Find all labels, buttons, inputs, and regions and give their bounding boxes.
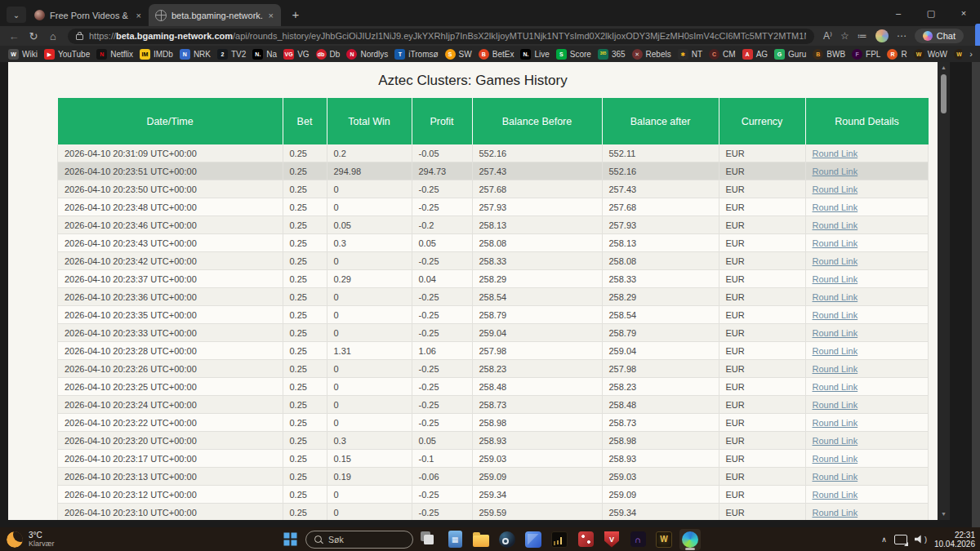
bookmark-label: Guru: [788, 50, 806, 59]
bookmark-tv2[interactable]: 2TV2: [217, 49, 246, 60]
round-details-link[interactable]: Round Link: [813, 418, 858, 428]
cell-bet: 0.25: [283, 342, 327, 360]
bookmark-live[interactable]: N.Live: [520, 49, 549, 60]
round-details-link[interactable]: Round Link: [813, 238, 858, 248]
bookmark-vg[interactable]: VGVG: [283, 49, 309, 60]
chat-button[interactable]: Chat: [915, 29, 964, 43]
round-details-link[interactable]: Round Link: [813, 202, 858, 212]
task-view-button[interactable]: [418, 529, 439, 550]
bookmark-imdb[interactable]: IMIMDb: [140, 49, 173, 60]
bookmark-rebels[interactable]: ✕Rebels: [632, 49, 671, 60]
round-details-link[interactable]: Round Link: [813, 364, 858, 374]
round-details-link[interactable]: Round Link: [813, 149, 858, 158]
scroll-down-icon[interactable]: ▼: [941, 510, 947, 518]
browser-tab[interactable]: beta.bgaming-network.com/api/ro×: [149, 4, 281, 26]
round-details-link[interactable]: Round Link: [813, 310, 858, 320]
round-details-link[interactable]: Round Link: [813, 382, 858, 392]
scrollbar-thumb[interactable]: [941, 74, 947, 113]
round-details-link[interactable]: Round Link: [813, 274, 858, 284]
round-details-link[interactable]: Round Link: [813, 220, 858, 230]
round-details-link[interactable]: Round Link: [813, 400, 858, 410]
round-details-link[interactable]: Round Link: [813, 184, 858, 194]
bookmark-bwb[interactable]: BBWB: [813, 49, 845, 60]
cast-display-icon[interactable]: [894, 535, 907, 544]
headset-button[interactable]: ∩: [627, 529, 648, 550]
round-details-link[interactable]: Round Link: [813, 167, 858, 176]
round-details-link[interactable]: Round Link: [813, 508, 858, 518]
bookmark-db[interactable]: dbDb: [316, 49, 341, 60]
edge-button[interactable]: [679, 529, 701, 550]
round-details-link[interactable]: Round Link: [813, 256, 858, 266]
bookmark-wowu[interactable]: WWoWu: [954, 49, 962, 60]
bookmark-score[interactable]: SScore: [556, 49, 591, 60]
cell-balance_after: 258.93: [602, 450, 719, 468]
dice-button[interactable]: [575, 529, 596, 550]
round-details-link[interactable]: Round Link: [813, 436, 858, 446]
round-details-link[interactable]: Round Link: [813, 292, 858, 302]
bookmark-label: NRK: [194, 50, 211, 59]
cell-currency: EUR: [719, 288, 805, 306]
minimize-button[interactable]: –: [882, 0, 915, 26]
bookmark-r[interactable]: RR: [887, 49, 906, 60]
tab-close-icon[interactable]: ×: [136, 11, 142, 20]
bookmark-365[interactable]: 365365: [598, 49, 626, 60]
shield-button[interactable]: V: [601, 529, 622, 550]
bookmark-itroms-[interactable]: TiTromsø: [394, 49, 438, 60]
bookmark-betex[interactable]: BBetEx: [479, 49, 514, 60]
bookmark-wiki[interactable]: WWiki: [8, 49, 38, 60]
new-tab-button[interactable]: +: [285, 4, 306, 24]
bookmark-cm[interactable]: CCM: [709, 49, 736, 60]
bookmark-ag[interactable]: AAG: [742, 49, 768, 60]
volume-button[interactable]: ): [915, 535, 927, 544]
start-button[interactable]: [279, 529, 301, 550]
tab-search-button[interactable]: ⌄: [7, 7, 26, 23]
gold-chart-button[interactable]: [549, 529, 570, 550]
calculator-button[interactable]: ▦: [444, 529, 466, 550]
file-explorer-button[interactable]: [470, 529, 492, 550]
hidden-icons-button[interactable]: ∧: [881, 535, 887, 544]
bookmark-netflix[interactable]: NNetflix: [96, 49, 133, 60]
bookmark-nrk[interactable]: NNRK: [180, 49, 211, 60]
back-button[interactable]: ←: [5, 30, 23, 42]
refresh-button[interactable]: ↻: [24, 30, 42, 42]
read-aloud-button[interactable]: A⁾: [823, 30, 832, 42]
bookmark-nt[interactable]: ✱NT: [678, 49, 702, 60]
bookmark-guru[interactable]: GGuru: [774, 49, 806, 60]
cell-balance_before: 258.79: [472, 306, 602, 324]
bookmark-wow[interactable]: WWoW: [914, 49, 947, 60]
cell-currency: EUR: [719, 450, 805, 468]
profile-avatar[interactable]: [875, 29, 889, 42]
bookmark-na[interactable]: N.Na: [252, 49, 277, 60]
round-details-link[interactable]: Round Link: [813, 346, 858, 356]
bookmark-sw[interactable]: SSW: [445, 49, 472, 60]
collections-icon[interactable]: ≔: [858, 30, 867, 42]
bookmarks-overflow-button[interactable]: ›: [962, 49, 980, 59]
round-details-link[interactable]: Round Link: [813, 490, 858, 500]
tab-close-icon[interactable]: ×: [268, 11, 274, 20]
sidebar-toggle[interactable]: [975, 24, 980, 47]
close-button[interactable]: ×: [947, 0, 980, 26]
address-bar[interactable]: https://beta.bgaming-network.com/api/rou…: [68, 29, 814, 44]
bookmark-nordlys[interactable]: NNordlys: [346, 49, 388, 60]
cell-bet: 0.25: [283, 234, 327, 252]
round-details-link[interactable]: Round Link: [813, 454, 858, 464]
page-scrollbar[interactable]: ▲ ▼: [938, 62, 950, 520]
round-details-link[interactable]: Round Link: [813, 472, 858, 482]
maximize-button[interactable]: ▢: [915, 0, 947, 26]
bookmark-favicon-icon: 2: [217, 49, 228, 60]
bookmark-fpl[interactable]: FFPL: [852, 49, 880, 60]
home-button[interactable]: ⌂: [44, 30, 62, 42]
settings-more-button[interactable]: ⋯: [897, 30, 906, 42]
tab-strip-tabs: Free Porn Videos & XXX Movies: S×beta.bg…: [28, 0, 281, 26]
wow-button[interactable]: W: [653, 529, 675, 550]
weather-widget[interactable]: 3°C Klarvær: [7, 531, 55, 548]
scroll-up-icon[interactable]: ▲: [941, 64, 947, 72]
round-details-link[interactable]: Round Link: [813, 328, 858, 338]
bookmark-youtube[interactable]: ▶YouTube: [44, 49, 90, 60]
favorite-star-icon[interactable]: ☆: [840, 30, 849, 42]
clock[interactable]: 22:31 10.04.2026: [934, 531, 975, 549]
browser-tab[interactable]: Free Porn Videos & XXX Movies: S×: [28, 4, 149, 26]
blue-app-button[interactable]: [523, 529, 544, 550]
tab-title: beta.bgaming-network.com/api/ro: [172, 11, 263, 20]
steam-button[interactable]: [497, 529, 518, 550]
